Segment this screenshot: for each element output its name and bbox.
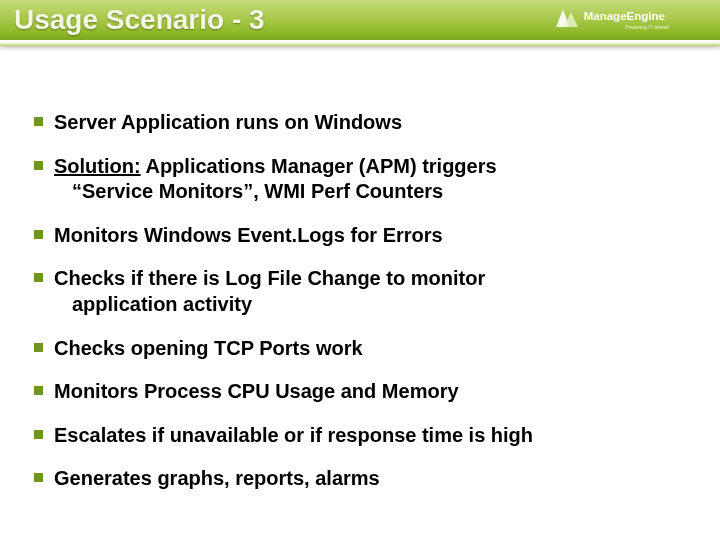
bullet-text: Monitors Process CPU Usage and Memory	[54, 380, 459, 402]
bullet-list: Server Application runs on Windows Solut…	[34, 110, 690, 492]
list-item: Escalates if unavailable or if response …	[34, 423, 690, 449]
bullet-text: Checks opening TCP Ports work	[54, 337, 363, 359]
logo-text: ManageEngine	[584, 10, 666, 22]
list-item: Checks if there is Log File Change to mo…	[34, 266, 690, 317]
list-item: Solution: Applications Manager (APM) tri…	[34, 154, 690, 205]
bullet-text: Checks if there is Log File Change to mo…	[54, 267, 485, 289]
list-item: Monitors Windows Event.Logs for Errors	[34, 223, 690, 249]
bullet-text-line2: “Service Monitors”, WMI Perf Counters	[54, 179, 690, 205]
list-item: Server Application runs on Windows	[34, 110, 690, 136]
slide-header: Usage Scenario - 3 ManageEngine Powering…	[0, 0, 720, 46]
bullet-text: Applications Manager (APM) triggers	[141, 155, 497, 177]
bullet-text: Escalates if unavailable or if response …	[54, 424, 533, 446]
logo-tagline: Powering IT ahead	[625, 24, 669, 30]
list-item: Monitors Process CPU Usage and Memory	[34, 379, 690, 405]
list-item: Generates graphs, reports, alarms	[34, 466, 690, 492]
solution-label: Solution:	[54, 155, 141, 177]
slide-content: Server Application runs on Windows Solut…	[34, 110, 690, 510]
list-item: Checks opening TCP Ports work	[34, 336, 690, 362]
slide-title: Usage Scenario - 3	[14, 4, 265, 36]
logo-icon: ManageEngine Powering IT ahead	[556, 6, 706, 34]
slide: Usage Scenario - 3 ManageEngine Powering…	[0, 0, 720, 540]
bullet-text-line2: application activity	[54, 292, 690, 318]
bullet-text: Generates graphs, reports, alarms	[54, 467, 380, 489]
bullet-text: Server Application runs on Windows	[54, 111, 402, 133]
manageengine-logo: ManageEngine Powering IT ahead	[556, 6, 706, 34]
bullet-text: Monitors Windows Event.Logs for Errors	[54, 224, 443, 246]
header-underline	[0, 40, 720, 46]
